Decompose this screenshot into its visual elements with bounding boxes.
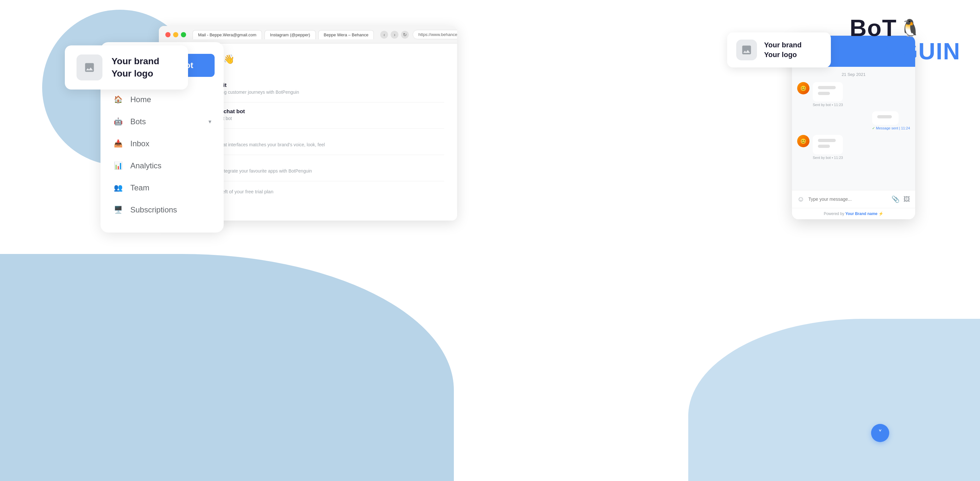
sidebar-home-label: Home bbox=[130, 95, 151, 104]
sidebar-analytics-label: Analytics bbox=[130, 161, 161, 170]
bubble-bar-2a bbox=[818, 139, 836, 142]
traffic-light-yellow[interactable] bbox=[173, 32, 178, 37]
chat-message-received-1: 😊 Sent by bot • 11:23 bbox=[797, 82, 910, 107]
inbox-icon: 📥 bbox=[113, 139, 123, 149]
chat-avatar-2: 😊 bbox=[797, 135, 810, 147]
chat-bubble-2 bbox=[813, 135, 843, 154]
bubble-bar-1a bbox=[818, 86, 836, 89]
browser-tab-2[interactable]: Beppe Wera – Behance bbox=[318, 30, 374, 39]
chat-bubble-1 bbox=[813, 82, 843, 102]
sidebar-item-subscriptions[interactable]: 🖥️ Subscriptions bbox=[110, 199, 215, 221]
url-bar[interactable]: https://www.behance.net/beppewera#1 bbox=[413, 30, 457, 39]
browser-tab-1[interactable]: Instagram (@pepper) bbox=[264, 30, 316, 39]
brand-text-chat: Your brand Your logo bbox=[764, 40, 802, 59]
brand-logo-placeholder-chat bbox=[736, 40, 757, 61]
bubble-bar-2b bbox=[818, 145, 830, 148]
chat-message-received-2: 😊 Sent by bot • 11:23 bbox=[797, 135, 910, 159]
sidebar-subscriptions-label: Subscriptions bbox=[130, 205, 177, 214]
traffic-lights bbox=[165, 32, 186, 37]
sidebar-item-home[interactable]: 🏠 Home bbox=[110, 89, 215, 111]
chat-body: 21 Sep 2021 😊 Sent by bot • 11:23 ✓ Mess… bbox=[792, 67, 915, 190]
browser-nav: ‹ › ↻ bbox=[380, 31, 409, 38]
chat-sent-bubble bbox=[872, 111, 899, 125]
chat-message-input[interactable] bbox=[808, 197, 888, 202]
sidebar-item-team[interactable]: 👥 Team bbox=[110, 177, 215, 199]
sidebar-item-inbox[interactable]: 📥 Inbox bbox=[110, 133, 215, 155]
home-icon: 🏠 bbox=[113, 94, 123, 105]
chat-input-area: ☺ 📎 🖼 bbox=[792, 190, 915, 208]
bg-blob-left bbox=[0, 254, 454, 481]
chat-sent-row: ✓ Message sent | 11:24 bbox=[797, 111, 910, 131]
browser-chrome: Mail - Beppe.Wera@gmail.com Instagram (@… bbox=[159, 26, 457, 43]
traffic-light-green[interactable] bbox=[181, 32, 186, 37]
sidebar-bots-label: Bots bbox=[130, 117, 146, 126]
analytics-icon: 📊 bbox=[113, 161, 123, 171]
chat-footer: Powered by Your Brand name ⚡ bbox=[792, 208, 915, 219]
chat-footer-icon: ⚡ bbox=[878, 212, 883, 216]
bots-icon: 🤖 bbox=[113, 116, 123, 127]
chat-timestamp-2: Sent by bot • 11:23 bbox=[813, 156, 843, 159]
sidebar-team-label: Team bbox=[130, 183, 150, 192]
browser-back-button[interactable]: ‹ bbox=[380, 31, 388, 38]
brand-card-chat: Your brand Your logo bbox=[727, 32, 831, 67]
chat-avatar-1: 😊 bbox=[797, 82, 810, 94]
sidebar-item-bots[interactable]: 🤖 Bots ▾ bbox=[110, 111, 215, 133]
chevron-down-icon: ▾ bbox=[208, 118, 212, 125]
traffic-light-red[interactable] bbox=[165, 32, 170, 37]
logo-penguin-text: PENGUIN bbox=[850, 40, 961, 63]
brand-logo-placeholder-top bbox=[76, 54, 102, 80]
browser-tabs: Mail - Beppe.Wera@gmail.com Instagram (@… bbox=[192, 30, 374, 39]
brand-card-top: Your brand Your logo bbox=[65, 45, 188, 89]
bubble-bar-1b bbox=[818, 92, 830, 95]
chat-timestamp-1: Sent by bot • 11:23 bbox=[813, 103, 843, 107]
logo-penguin-icon: 🐧 bbox=[900, 19, 921, 36]
attach-icon[interactable]: 📎 bbox=[891, 195, 900, 203]
brand-text-top: Your brand Your logo bbox=[111, 55, 159, 80]
chat-sent-status: ✓ Message sent | 11:24 bbox=[872, 126, 910, 131]
browser-refresh-button[interactable]: ↻ bbox=[401, 31, 409, 38]
logo-bot-text: BoT bbox=[850, 16, 897, 40]
emoji-icon[interactable]: ☺ bbox=[797, 195, 804, 203]
sidebar-item-analytics[interactable]: 📊 Analytics bbox=[110, 155, 215, 177]
browser-forward-button[interactable]: › bbox=[391, 31, 398, 38]
chat-footer-brand: Your Brand name bbox=[845, 212, 878, 216]
chat-date: 21 Sep 2021 bbox=[797, 72, 910, 77]
subscriptions-icon: 🖥️ bbox=[113, 205, 123, 215]
image-icon[interactable]: 🖼 bbox=[904, 196, 910, 203]
sent-bar bbox=[877, 115, 892, 118]
sidebar-inbox-label: Inbox bbox=[130, 139, 150, 148]
scroll-down-button[interactable]: ˅ bbox=[871, 424, 889, 442]
bg-blob-right bbox=[688, 319, 980, 481]
botpenguin-logo: BoT 🐧 PENGUIN bbox=[850, 16, 961, 63]
team-icon: 👥 bbox=[113, 183, 123, 193]
browser-tab-0[interactable]: Mail - Beppe.Wera@gmail.com bbox=[192, 30, 262, 39]
